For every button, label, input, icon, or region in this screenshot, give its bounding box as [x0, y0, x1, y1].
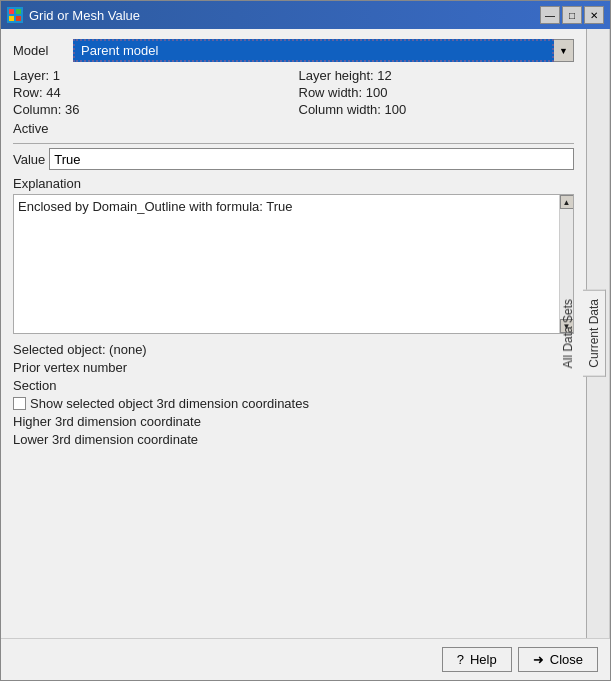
help-icon: ?	[457, 652, 464, 667]
show-3d-checkbox[interactable]	[13, 397, 26, 410]
footer: ? Help ➜ Close	[1, 638, 610, 680]
higher-3d-text: Higher 3rd dimension coordinate	[13, 414, 574, 429]
model-label: Model	[13, 43, 73, 58]
title-bar: Grid or Mesh Value — □ ✕	[1, 1, 610, 29]
row-width-info: Row width: 100	[299, 85, 575, 100]
column-info: Column: 36	[13, 102, 289, 117]
model-dropdown-arrow[interactable]: ▼	[554, 39, 574, 62]
explanation-box: Enclosed by Domain_Outline with formula:…	[13, 194, 574, 334]
close-dialog-button[interactable]: ➜ Close	[518, 647, 598, 672]
close-button[interactable]: ✕	[584, 6, 604, 24]
model-row: Model Parent model ▼	[13, 39, 574, 62]
svg-rect-2	[16, 9, 21, 14]
value-label: Value	[13, 152, 45, 167]
title-bar-buttons: — □ ✕	[540, 6, 604, 24]
explanation-label: Explanation	[13, 176, 574, 191]
explanation-content: Enclosed by Domain_Outline with formula:…	[18, 199, 293, 214]
svg-rect-4	[16, 16, 21, 21]
help-button[interactable]: ? Help	[442, 647, 512, 672]
maximize-button[interactable]: □	[562, 6, 582, 24]
help-label: Help	[470, 652, 497, 667]
close-dialog-label: Close	[550, 652, 583, 667]
model-selected-value[interactable]: Parent model	[73, 39, 554, 62]
tab-current-data[interactable]: Current Data	[583, 290, 606, 377]
show-3d-label: Show selected object 3rd dimension coord…	[30, 396, 309, 411]
status-section: Selected object: (none) Prior vertex num…	[13, 342, 574, 447]
close-dialog-icon: ➜	[533, 652, 544, 667]
tab-all-data-sets[interactable]: All Data Sets	[557, 291, 579, 376]
app-icon	[7, 7, 23, 23]
scroll-up-arrow[interactable]: ▲	[560, 195, 574, 209]
svg-rect-3	[9, 16, 14, 21]
section-text: Section	[13, 378, 574, 393]
separator-1	[13, 143, 574, 144]
info-grid: Layer: 1 Layer height: 12 Row: 44 Row wi…	[13, 68, 574, 117]
selected-object-text: Selected object: (none)	[13, 342, 574, 357]
minimize-button[interactable]: —	[540, 6, 560, 24]
side-tab-panel: Current Data All Data Sets	[586, 29, 610, 638]
window-title: Grid or Mesh Value	[29, 8, 540, 23]
column-width-info: Column width: 100	[299, 102, 575, 117]
prior-vertex-text: Prior vertex number	[13, 360, 574, 375]
value-row: Value	[13, 148, 574, 170]
content-area: Model Parent model ▼ Layer: 1 Layer heig…	[1, 29, 610, 638]
row-info: Row: 44	[13, 85, 289, 100]
show-3d-row: Show selected object 3rd dimension coord…	[13, 396, 574, 411]
main-window: Grid or Mesh Value — □ ✕ Model Parent mo…	[0, 0, 611, 681]
value-input[interactable]	[49, 148, 574, 170]
layer-height-info: Layer height: 12	[299, 68, 575, 83]
svg-rect-1	[9, 9, 14, 14]
layer-info: Layer: 1	[13, 68, 289, 83]
main-panel: Model Parent model ▼ Layer: 1 Layer heig…	[1, 29, 586, 638]
model-combo: Parent model ▼	[73, 39, 574, 62]
lower-3d-text: Lower 3rd dimension coordinate	[13, 432, 574, 447]
active-label: Active	[13, 121, 574, 136]
